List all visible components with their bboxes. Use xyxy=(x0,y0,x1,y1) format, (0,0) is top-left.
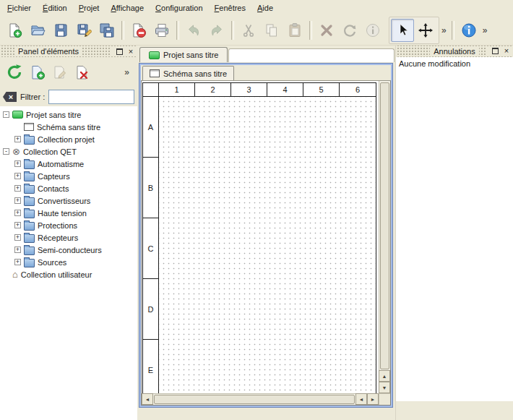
tree-item-automatisme[interactable]: + Automatisme xyxy=(0,158,137,170)
schema-canvas[interactable] xyxy=(159,97,376,400)
tree-item-haute-tension[interactable]: + Haute tension xyxy=(0,207,137,219)
tree-item-semi-conducteurs[interactable]: + Semi-conducteurs xyxy=(0,244,137,256)
scroll-up-button[interactable]: ▲ xyxy=(379,370,390,382)
close-file-icon xyxy=(131,22,147,38)
horizontal-scrollbar-thumb[interactable] xyxy=(154,395,355,404)
expander-icon[interactable]: + xyxy=(14,234,21,241)
open-project-button[interactable] xyxy=(26,19,49,42)
undo-list-item[interactable]: Aucune modification xyxy=(396,57,513,70)
tree-item-label: Sources xyxy=(38,258,66,267)
project-icon xyxy=(12,111,23,119)
new-element-icon xyxy=(30,64,46,80)
new-element-button[interactable] xyxy=(30,64,46,80)
tree-item-protections[interactable]: + Protections xyxy=(0,219,137,231)
close-file-button[interactable] xyxy=(127,19,150,42)
tree-item-collection-projet[interactable]: + Collection projet xyxy=(0,133,137,145)
tree-item-contacts[interactable]: + Contacts xyxy=(0,182,137,194)
delete-selection-button[interactable] xyxy=(315,19,338,42)
dock-buttons: × xyxy=(487,46,512,56)
tree-item-sources[interactable]: + Sources xyxy=(0,256,137,268)
toolbar-overflow-chevron[interactable]: » xyxy=(439,26,449,35)
close-button[interactable]: × xyxy=(501,46,512,56)
menu-aide[interactable]: Aide xyxy=(251,1,279,14)
paste-button[interactable] xyxy=(283,19,306,42)
row-header: B xyxy=(143,158,158,218)
expander-icon[interactable]: + xyxy=(14,222,21,228)
tree-item-convertisseurs[interactable]: + Convertisseurs xyxy=(0,194,137,207)
reload-collections-button[interactable] xyxy=(6,64,23,81)
horizontal-scrollbar[interactable]: ◄ ◄ ► xyxy=(142,393,379,405)
expander-icon[interactable]: + xyxy=(14,136,21,142)
expander-icon[interactable]: + xyxy=(14,210,21,216)
scroll-right-button[interactable]: ► xyxy=(367,393,379,405)
about-qet-button[interactable] xyxy=(457,19,480,42)
expander-icon[interactable]: + xyxy=(14,173,21,179)
rotate-button[interactable] xyxy=(338,19,361,42)
tree-item-recepteurs[interactable]: + Récepteurs xyxy=(0,231,137,244)
expander-icon[interactable]: - xyxy=(3,111,9,118)
delete-icon xyxy=(319,22,335,38)
tabbar-empty-area xyxy=(228,48,395,62)
copy-button[interactable] xyxy=(260,19,283,42)
tree-item-capteurs[interactable]: + Capteurs xyxy=(0,170,137,182)
undo-dock-titlebar[interactable]: Annulations × xyxy=(396,46,513,57)
undo-history-list[interactable]: Aucune modification xyxy=(396,57,513,401)
panel-toolbar-overflow-chevron[interactable]: » xyxy=(122,68,132,77)
elements-panel-titlebar[interactable]: Panel d'éléments × xyxy=(0,46,137,57)
menu-affichage[interactable]: Affichage xyxy=(105,1,150,14)
clear-filter-icon: × xyxy=(9,93,13,101)
delete-element-button[interactable] xyxy=(74,64,90,80)
menu-fichier[interactable]: Fichier xyxy=(1,1,37,14)
expander-icon[interactable]: + xyxy=(14,247,21,253)
tree-item-label: Convertisseurs xyxy=(38,197,90,205)
float-button[interactable] xyxy=(490,46,500,56)
tree-item-collection-utilisateur[interactable]: ⌂ Collection utilisateur xyxy=(0,268,137,280)
tree-item-label: Semi-conducteurs xyxy=(38,246,102,254)
tree-item-schema[interactable]: Schéma sans titre xyxy=(0,121,137,133)
vertical-scrollbar-thumb[interactable] xyxy=(380,82,389,369)
expander-icon[interactable]: + xyxy=(14,259,21,265)
scroll-left-button[interactable]: ◄ xyxy=(142,393,153,405)
folder-icon xyxy=(24,247,35,255)
cut-icon xyxy=(241,22,256,38)
diagram-view[interactable]: 1 2 3 4 5 6 A B C xyxy=(141,81,391,406)
tab-schema-sans-titre[interactable]: Schéma sans titre xyxy=(142,66,234,80)
menu-configuration[interactable]: Configuration xyxy=(150,1,208,14)
tree-item-project[interactable]: - Projet sans titre xyxy=(0,108,137,121)
column-header-row: 1 2 3 4 5 6 xyxy=(143,83,376,97)
expander-icon[interactable]: - xyxy=(3,148,9,155)
clear-filter-button[interactable]: × xyxy=(3,92,17,102)
new-document-icon xyxy=(7,22,22,38)
menu-edition[interactable]: Édition xyxy=(37,1,73,14)
pan-mode-button[interactable] xyxy=(414,19,437,42)
toolbar-separator xyxy=(309,21,312,40)
scroll-down-button[interactable]: ▼ xyxy=(379,382,390,393)
vertical-scrollbar[interactable]: ▲ ▼ xyxy=(379,81,390,393)
toolbar-separator xyxy=(121,21,124,40)
tree-item-collection-qet[interactable]: - ⊗ Collection QET xyxy=(0,145,137,158)
scroll-left-button-2[interactable]: ◄ xyxy=(355,393,367,405)
filter-input[interactable] xyxy=(48,90,134,104)
selection-mode-button[interactable] xyxy=(391,19,414,42)
redo-button[interactable] xyxy=(205,19,228,42)
expander-icon[interactable]: + xyxy=(14,197,21,204)
save-all-button[interactable] xyxy=(95,19,118,42)
collections-tree[interactable]: - Projet sans titre Schéma sans titre + … xyxy=(0,106,137,420)
close-button[interactable]: × xyxy=(126,47,136,56)
toolbar-overflow-chevron-2[interactable]: » xyxy=(480,26,490,35)
menu-projet[interactable]: Projet xyxy=(73,1,105,14)
menu-fenetres[interactable]: Fenêtres xyxy=(209,1,251,14)
element-infos-button[interactable] xyxy=(361,19,384,42)
expander-icon[interactable]: + xyxy=(14,185,21,192)
edit-element-button[interactable] xyxy=(52,64,68,80)
save-as-button[interactable] xyxy=(72,19,95,42)
home-icon: ⌂ xyxy=(12,270,18,279)
print-button[interactable] xyxy=(150,19,173,42)
undo-button[interactable] xyxy=(182,19,205,42)
expander-icon[interactable]: + xyxy=(14,160,21,167)
cut-button[interactable] xyxy=(237,19,260,42)
float-button[interactable] xyxy=(114,47,124,56)
new-document-button[interactable] xyxy=(3,19,26,42)
tab-projet-sans-titre[interactable]: Projet sans titre xyxy=(139,47,228,62)
save-button[interactable] xyxy=(49,19,72,42)
